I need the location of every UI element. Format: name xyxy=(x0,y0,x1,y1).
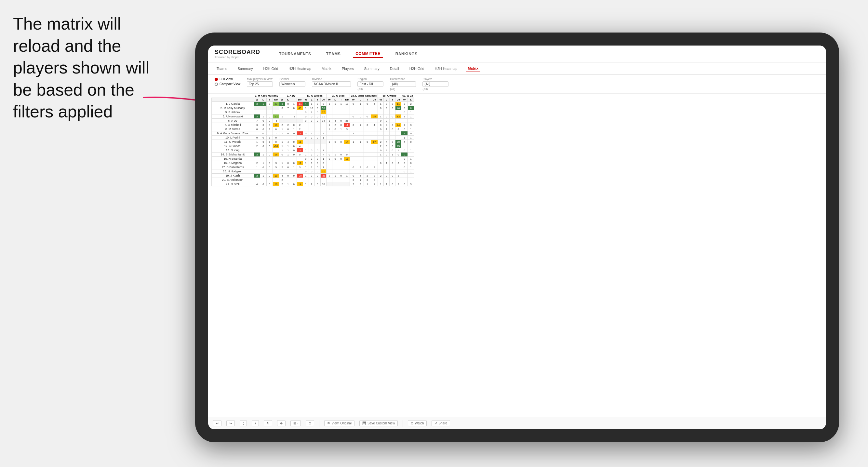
table-row: 10. L Perini 0010 0201 11 xyxy=(212,135,414,140)
sub-nav-matrix2[interactable]: Matrix xyxy=(466,65,480,72)
back-icon: ⟨ xyxy=(243,422,244,425)
gender-select[interactable]: Women's Men's xyxy=(279,81,305,87)
nav-bar: SCOREBOARD Powered by clippd TOURNAMENTS… xyxy=(208,45,826,62)
filter-gender: Gender Women's Men's xyxy=(279,77,305,87)
filter-players: Players (All) (All) xyxy=(423,77,448,91)
sub-nav-summary[interactable]: Summary xyxy=(236,65,255,72)
sub-nav-h2h-heatmap2[interactable]: H2H Heatmap xyxy=(433,65,460,72)
sub-nav: Teams Summary H2H Grid H2H Heatmap Matri… xyxy=(208,62,826,75)
conference-select[interactable]: (All) xyxy=(390,81,416,87)
filter-max-players: Max players in view Top 25 Top 50 All xyxy=(247,77,273,87)
forward-icon: ⟩ xyxy=(255,422,256,425)
save-custom-label: Save Custom View xyxy=(368,422,395,425)
save-icon: 💾 xyxy=(362,422,366,425)
compact-view-label: Compact View xyxy=(219,82,240,86)
max-players-select[interactable]: Top 25 Top 50 All xyxy=(247,81,273,87)
table-row: 8. M Torres 0010 1012 1013 0108 01 xyxy=(212,127,414,131)
matrix-table: 2. M Kelly Mulcahy 6. A Dy 11. G Woods 2… xyxy=(211,94,414,186)
conference-label: Conference xyxy=(390,77,416,81)
filter-bar: Full View Compact View Max players in vi… xyxy=(208,75,826,94)
sub-nav-h2h-grid[interactable]: H2H Grid xyxy=(261,65,280,72)
sub-nav-detail[interactable]: Detail xyxy=(388,65,401,72)
table-row: 2. M Kelly Mulcahy 07040 110050 06046 06 xyxy=(212,106,414,110)
clock-icon: ⊙ xyxy=(309,422,311,425)
col-header-23: 23. L Marie Schumac xyxy=(350,94,378,98)
sub-nav-h2h-grid2[interactable]: H2H Grid xyxy=(407,65,426,72)
nav-tournaments[interactable]: TOURNAMENTS xyxy=(276,51,314,58)
full-view-option[interactable]: Full View xyxy=(215,77,240,81)
refresh-icon: ↻ xyxy=(267,422,269,425)
refresh-button[interactable]: ↻ xyxy=(264,420,272,426)
compact-view-radio[interactable] xyxy=(215,83,218,86)
filter-conference: Conference (All) (All) xyxy=(390,77,416,91)
table-row: 15. H Stranda 0201 00011 01 xyxy=(212,157,414,161)
table-row: 18. H Hodgson 00011 01 xyxy=(212,169,414,174)
col-header-2: 2. M Kelly Mulcahy xyxy=(254,94,279,98)
sub-nav-summary2[interactable]: Summary xyxy=(362,65,381,72)
watch-icon: ⊙ xyxy=(411,422,413,425)
region-label: Region xyxy=(358,77,383,81)
separator-2 xyxy=(403,420,403,427)
matrix-area[interactable]: 2. M Kelly Mulcahy 6. A Dy 11. G Woods 2… xyxy=(208,94,826,416)
filter-division: Division NCAA Division II NCAA Division … xyxy=(312,77,351,87)
col-header-6: 6. A Dy xyxy=(279,94,303,98)
tablet-frame: SCOREBOARD Powered by clippd TOURNAMENTS… xyxy=(195,33,839,442)
sub-nav-teams[interactable]: Teams xyxy=(215,65,229,72)
separator-1 xyxy=(319,420,319,427)
logo-text: SCOREBOARD xyxy=(215,49,260,56)
back-button[interactable]: ⟨ xyxy=(240,420,247,426)
save-custom-button[interactable]: 💾 Save Custom View xyxy=(359,420,398,426)
table-row: 6. A Dy 700-5 00014 14025 00 xyxy=(212,119,414,123)
compact-view-option[interactable]: Compact View xyxy=(215,82,240,86)
view-options: Full View Compact View xyxy=(215,77,240,86)
table-row: 11. G Woods 1010 14011 10014 11017 24020… xyxy=(212,140,414,144)
forward-button[interactable]: ⟩ xyxy=(252,420,259,426)
table-row: 7. O Mitchell 30018 2202 120-4 0104 0402… xyxy=(212,123,414,127)
clock-button[interactable]: ⊙ xyxy=(306,420,314,426)
sub-nav-h2h-heatmap[interactable]: H2H Heatmap xyxy=(286,65,313,72)
table-row: 14. S Srichantamit 31018 0105 1204 0105 … xyxy=(212,153,414,157)
table-row: 21. O Stoll 40018 21014 12010 2211 1109 … xyxy=(212,182,414,186)
logo-area: SCOREBOARD Powered by clippd xyxy=(215,49,260,59)
layout-button[interactable]: ⊞ · xyxy=(290,420,301,426)
annotation-text: The matrix will reload and the players s… xyxy=(13,13,169,123)
table-row: 17. D Ballesteros 1005 2013 1101 0207 01 xyxy=(212,165,414,169)
view-original-button[interactable]: 👁 View: Original xyxy=(324,420,355,426)
share-label: Share xyxy=(438,422,447,425)
sub-nav-matrix[interactable]: Matrix xyxy=(320,65,333,72)
table-row: 20. E Andersson 2 0108 xyxy=(212,178,414,182)
table-row: 1. J Garcia 31027 301-11 4100 11110 0106… xyxy=(212,102,414,106)
layout-icon: ⊞ · xyxy=(293,422,298,425)
view-original-label: View: Original xyxy=(332,422,352,425)
table-row: 19. J Karrh 31018 400-20 130-35 2101 042… xyxy=(212,174,414,178)
division-select[interactable]: NCAA Division II NCAA Division I NCAA Di… xyxy=(312,81,351,87)
sub-nav-players[interactable]: Players xyxy=(340,65,356,72)
logo-sub: Powered by clippd xyxy=(215,56,260,59)
undo-button[interactable]: ↩ xyxy=(213,420,221,426)
table-row: 3. S Jelinek 02017 01 xyxy=(212,110,414,115)
watch-label: Watch xyxy=(415,422,424,425)
table-row: 16. X Mcgaha 2103 10011 1003 0103 00 xyxy=(212,161,414,165)
nav-committee[interactable]: COMMITTEE xyxy=(353,50,383,58)
zoom-button[interactable]: ⊕ xyxy=(277,420,285,426)
share-icon: ↗ xyxy=(434,422,437,425)
nav-teams[interactable]: TEAMS xyxy=(323,51,343,58)
bottom-toolbar: ↩ ↪ ⟨ ⟩ ↻ ⊕ ⊞ · ⊙ xyxy=(208,417,826,429)
share-button[interactable]: ↗ Share xyxy=(432,420,450,426)
redo-button[interactable]: ↪ xyxy=(226,420,235,426)
watch-button[interactable]: ⊙ Watch xyxy=(408,420,427,426)
players-label: Players xyxy=(423,77,448,81)
region-select[interactable]: East - DII West - DII xyxy=(358,81,383,87)
max-players-label: Max players in view xyxy=(247,77,273,81)
redo-icon: ↪ xyxy=(229,422,232,425)
nav-rankings[interactable]: RANKINGS xyxy=(393,51,420,58)
undo-icon: ↩ xyxy=(216,422,219,425)
full-view-radio[interactable] xyxy=(215,78,218,81)
players-select[interactable]: (All) xyxy=(423,81,448,87)
table-row: 13. N Klug 110-2 1003 0201 01 xyxy=(212,148,414,153)
table-row: 5. A Nomrowski 310-11 1-1 00011 00025 10… xyxy=(212,115,414,119)
col-header-38: 38. A Webb xyxy=(378,94,401,98)
table-row: 12. A Bianchi 200-18 1104 20025 xyxy=(212,144,414,148)
col-header-21: 21. O Stoll xyxy=(327,94,350,98)
eye-icon: 👁 xyxy=(327,422,331,425)
